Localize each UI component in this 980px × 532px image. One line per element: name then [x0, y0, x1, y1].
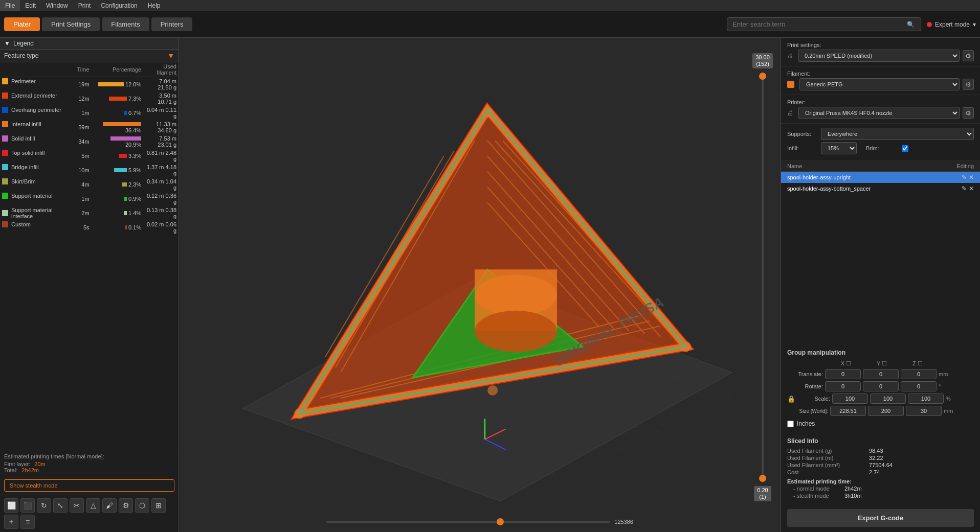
- horizontal-thumb[interactable]: [497, 518, 504, 525]
- legend-feature-0: Perimeter: [0, 77, 75, 85]
- print-profile-dropdown[interactable]: 0.20mm SPEED (modified): [798, 50, 960, 62]
- layer-top-thumb[interactable]: [759, 73, 766, 80]
- mini-bar-4: [110, 136, 141, 141]
- tool-move[interactable]: ⬛: [20, 498, 35, 513]
- object-label-1: spool-holder-assy-bottom_spacer: [787, 186, 962, 192]
- size-row: Size [World]: mm: [787, 406, 974, 416]
- feature-type-dropdown-arrow[interactable]: ▼: [167, 52, 174, 60]
- legend-pct-9: 1.4%: [92, 206, 144, 220]
- tool-settings[interactable]: ≡: [20, 515, 35, 529]
- legend-pct-8: 0.9%: [92, 192, 144, 206]
- scale-x[interactable]: [832, 394, 868, 404]
- printer-gear[interactable]: ⚙: [963, 107, 974, 119]
- feature-type-bar[interactable]: Feature type ▼: [0, 50, 179, 62]
- z-axis-label: Z ☐: [900, 360, 936, 367]
- tool-cut[interactable]: ✂: [70, 498, 84, 513]
- brim-label: Brim:: [866, 145, 897, 151]
- sliced-info-title: Sliced Info: [787, 437, 974, 445]
- filament-gear[interactable]: ⚙: [963, 79, 974, 90]
- object-row-1[interactable]: spool-holder-assy-bottom_spacer ✎ ✕: [781, 183, 980, 194]
- legend-pct-6: 5.9%: [92, 163, 144, 177]
- menu-help[interactable]: Help: [143, 0, 166, 11]
- object-row-0[interactable]: spool-holder-assy-upright ✎ ✕: [781, 172, 980, 183]
- menu-edit[interactable]: Edit: [20, 0, 41, 11]
- tool-select[interactable]: ⬜: [4, 498, 18, 513]
- filament-m-val: 32.22: [869, 455, 883, 461]
- translate-y[interactable]: [863, 369, 899, 379]
- rotate-z[interactable]: [901, 381, 937, 391]
- layer-slider-vertical: 30.00 (152) 0.20 (1): [755, 53, 770, 501]
- obj-close-icon-1[interactable]: ✕: [969, 185, 974, 192]
- brim-checkbox[interactable]: [902, 145, 908, 152]
- print-settings-section: Print settings: 🖨 0.20mm SPEED (modified…: [781, 38, 980, 66]
- size-y[interactable]: [868, 406, 904, 416]
- menu-print[interactable]: Print: [73, 0, 96, 11]
- translate-z[interactable]: [901, 369, 937, 379]
- tool-supports[interactable]: △: [86, 498, 100, 513]
- size-z[interactable]: [906, 406, 942, 416]
- tab-filaments[interactable]: Filaments: [102, 17, 149, 31]
- menu-configuration[interactable]: Configuration: [96, 0, 142, 11]
- tool-arrange[interactable]: ⬡: [135, 498, 149, 513]
- legend-pct-1: 7.3%: [92, 91, 144, 106]
- menu-file[interactable]: File: [0, 0, 20, 11]
- group-manip-title: Group manipulation: [787, 349, 974, 356]
- lock-icon: 🔒: [787, 395, 794, 403]
- feature-label-4: Solid infill: [11, 135, 35, 142]
- filament-dropdown[interactable]: Generic PETG: [799, 78, 960, 90]
- legend-feature-6: Bridge infill: [0, 163, 75, 171]
- layer-bottom-thumb[interactable]: [759, 475, 766, 482]
- legend-feature-3: Internal infill: [0, 120, 75, 128]
- inches-checkbox[interactable]: [787, 421, 794, 427]
- 3d-viewport[interactable]: ORIGINAL PRUSA 30.00 (152): [179, 38, 781, 532]
- supports-label: Supports:: [787, 131, 818, 137]
- obj-edit-icon-0[interactable]: ✎: [962, 174, 967, 181]
- printer-row: 🖨 Original Prusa MK4S HF0.4 nozzle ⚙: [787, 107, 974, 119]
- layer-top-value[interactable]: 30.00 (152): [752, 53, 773, 68]
- tab-print-settings[interactable]: Print Settings: [42, 17, 100, 31]
- expert-mode-indicator[interactable]: Expert mode ▾: [927, 21, 976, 28]
- translate-x[interactable]: [825, 369, 861, 379]
- tool-mirror[interactable]: ⊞: [151, 498, 166, 513]
- feature-label-7: Skirt/Brim: [11, 178, 36, 184]
- horizontal-track[interactable]: [326, 521, 610, 523]
- tool-scale[interactable]: ⤡: [53, 498, 68, 513]
- rotate-x[interactable]: [825, 381, 861, 391]
- color-swatch-0: [2, 78, 8, 84]
- scale-y[interactable]: [870, 394, 906, 404]
- size-x[interactable]: [830, 406, 866, 416]
- feature-label-3: Internal infill: [11, 121, 41, 127]
- tool-add[interactable]: ＋: [4, 515, 18, 529]
- obj-edit-icon-1[interactable]: ✎: [962, 185, 967, 192]
- feature-label-0: Perimeter: [11, 78, 36, 84]
- search-input[interactable]: [727, 17, 921, 31]
- obj-close-icon-0[interactable]: ✕: [969, 174, 974, 181]
- legend-table: Time Percentage Used filament Perimeter …: [0, 62, 179, 235]
- expert-mode-label: Expert mode: [935, 21, 970, 28]
- export-gcode-button[interactable]: Export G-code: [787, 509, 974, 527]
- infill-dropdown[interactable]: 15%: [821, 142, 857, 154]
- layer-bottom-value[interactable]: 0.20 (1): [754, 486, 771, 501]
- tool-paint[interactable]: 🖌: [102, 498, 117, 513]
- layer-track[interactable]: [762, 73, 764, 481]
- left-panel: ▼ Legend Feature type ▼ Time Percentage …: [0, 38, 179, 532]
- rotate-y[interactable]: [863, 381, 899, 391]
- print-settings-gear[interactable]: ⚙: [963, 50, 974, 61]
- legend-time-1: 12m: [75, 91, 92, 106]
- tool-rotate[interactable]: ↻: [37, 498, 51, 513]
- tool-fdm[interactable]: ⚙: [119, 498, 133, 513]
- menu-window[interactable]: Window: [41, 0, 73, 11]
- legend-used-4: 7.53 m 23.01 g: [143, 134, 179, 149]
- translate-label: Translate:: [787, 371, 823, 377]
- scale-z[interactable]: [908, 394, 944, 404]
- rotate-label: Rotate:: [787, 383, 823, 389]
- legend-row-10: Custom 5s 0.1% 0.02 m 0.06 g: [0, 220, 179, 235]
- tab-printers[interactable]: Printers: [151, 17, 193, 31]
- supports-dropdown[interactable]: Everywhere: [821, 128, 974, 140]
- translate-row: Translate: mm: [787, 369, 974, 379]
- stealth-mode-button[interactable]: Show stealth mode: [4, 479, 174, 492]
- tab-plater[interactable]: Plater: [4, 17, 40, 31]
- filament-m-label: Used Filament (m): [787, 455, 869, 461]
- legend-used-10: 0.02 m 0.06 g: [143, 220, 179, 235]
- printer-dropdown[interactable]: Original Prusa MK4S HF0.4 nozzle: [798, 107, 960, 119]
